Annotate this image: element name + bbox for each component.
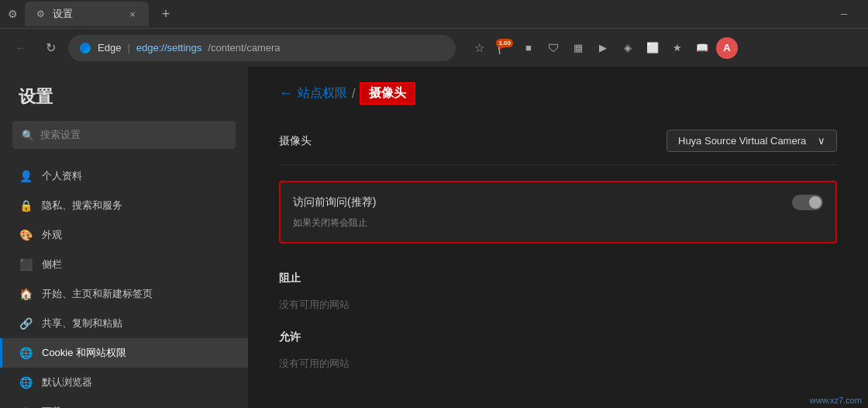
cookies-icon: 🌐 — [19, 346, 33, 360]
title-bar: ⚙ ⚙ 设置 × + ─ — [0, 0, 868, 28]
appearance-icon: 🎨 — [19, 228, 33, 242]
sidebar: 设置 🔍 搜索设置 👤 个人资料 🔒 隐私、搜索和服务 🎨 外观 ⬛ 侧栏 🏠 … — [0, 67, 248, 408]
reading-icon[interactable]: 📖 — [691, 37, 713, 59]
sidebar-item-label: 共享、复制和粘贴 — [42, 316, 122, 330]
tab-title: 设置 — [53, 7, 73, 21]
watermark-site: www.xz7.com — [810, 396, 862, 405]
sidebar-item-label: 侧栏 — [42, 258, 62, 271]
sidebar-item-privacy[interactable]: 🔒 隐私、搜索和服务 — [0, 191, 248, 220]
photos-icon[interactable]: ▦ — [567, 37, 589, 59]
allow-section-title: 允许 — [279, 318, 837, 351]
breadcrumb-current: 摄像头 — [360, 82, 415, 105]
profile-icon: 👤 — [19, 169, 33, 183]
star-icon[interactable]: ☆ — [468, 37, 490, 59]
block-no-sites: 没有可用的网站 — [279, 292, 837, 318]
back-arrow-icon[interactable]: ← — [279, 85, 293, 102]
sidebar-item-sidebar[interactable]: ⬛ 侧栏 — [0, 250, 248, 279]
breadcrumb: ← 站点权限 / 摄像头 — [248, 67, 868, 117]
content-area: ← 站点权限 / 摄像头 摄像头 Huya Source Virtual Cam… — [248, 67, 868, 408]
content-path: /content/camera — [208, 42, 280, 54]
sidebar-item-newtab[interactable]: 🏠 开始、主页和新建标签页 — [0, 279, 248, 309]
edge-label: Edge — [98, 42, 121, 54]
address-field[interactable]: Edge | edge://settings /content/camera — [68, 35, 456, 61]
breadcrumb-parent-link[interactable]: 站点权限 — [298, 85, 347, 102]
settings-path: edge://settings — [136, 42, 202, 54]
search-placeholder: 搜索设置 — [40, 128, 81, 142]
sidebar-item-label: 下载 — [42, 405, 62, 408]
sidebar-panel-icon: ⬛ — [19, 258, 33, 271]
access-box-description: 如果关闭将会阻止 — [293, 216, 823, 230]
vpn-icon[interactable]: 🛡 — [542, 37, 564, 59]
camera-select-value: Huya Source Virtual Camera — [678, 135, 806, 147]
favorites-icon[interactable]: ★ — [666, 37, 688, 59]
toolbar-icons: ☆ 🚩 1.00 ■ 🛡 ▦ ▶ ◈ ⬜ ★ 📖 A — [468, 37, 738, 59]
tab-close-button[interactable]: × — [126, 7, 140, 21]
camera-select-dropdown[interactable]: Huya Source Virtual Camera ∨ — [666, 130, 837, 152]
split-icon[interactable]: ⬜ — [642, 37, 663, 59]
collections-badge: 1.00 — [496, 39, 513, 47]
edge-logo-icon — [79, 42, 91, 54]
collections-icon[interactable]: 🚩 1.00 — [493, 37, 515, 59]
media-icon[interactable]: ▶ — [592, 37, 614, 59]
chevron-down-icon: ∨ — [818, 135, 825, 147]
main-layout: 设置 🔍 搜索设置 👤 个人资料 🔒 隐私、搜索和服务 🎨 外观 ⬛ 侧栏 🏠 … — [0, 67, 868, 408]
allow-no-sites: 没有可用的网站 — [279, 351, 837, 377]
sidebar-item-downloads[interactable]: ⬇ 下载 — [0, 397, 248, 408]
camera-row: 摄像头 Huya Source Virtual Camera ∨ — [279, 117, 837, 165]
new-tab-button[interactable]: + — [155, 3, 177, 25]
settings-icon: ⚙ — [6, 8, 19, 20]
access-box-title: 访问前询问(推荐) — [293, 195, 376, 209]
downloads-icon: ⬇ — [19, 405, 33, 408]
home-icon: 🏠 — [19, 287, 33, 301]
share-icon: 🔗 — [19, 316, 33, 330]
address-bar: ← ↻ Edge | edge://settings /content/came… — [0, 28, 868, 67]
content-section: 摄像头 Huya Source Virtual Camera ∨ 访问前询问(推… — [248, 117, 868, 377]
sidebar-item-appearance[interactable]: 🎨 外观 — [0, 220, 248, 250]
window-controls: ─ — [826, 0, 862, 28]
profile-avatar[interactable]: A — [716, 37, 738, 59]
extensions-icon[interactable]: ■ — [518, 37, 539, 59]
sidebar-item-label: Cookie 和网站权限 — [42, 346, 126, 360]
search-icon: 🔍 — [22, 130, 34, 141]
sidebar-item-browser[interactable]: 🌐 默认浏览器 — [0, 368, 248, 397]
sidebar-item-label: 个人资料 — [42, 169, 82, 183]
access-toggle[interactable] — [792, 195, 823, 210]
address-separator: | — [127, 42, 129, 54]
back-button[interactable]: ← — [9, 36, 33, 60]
camera-label: 摄像头 — [279, 134, 312, 148]
minimize-button[interactable]: ─ — [826, 0, 862, 28]
tab-settings[interactable]: ⚙ 设置 × — [25, 2, 149, 26]
privacy-icon: 🔒 — [19, 199, 33, 213]
block-section-title: 阻止 — [279, 259, 837, 292]
sidebar-item-label: 默认浏览器 — [42, 375, 92, 389]
sidebar-item-share[interactable]: 🔗 共享、复制和粘贴 — [0, 309, 248, 338]
games-icon[interactable]: ◈ — [617, 37, 639, 59]
search-box[interactable]: 🔍 搜索设置 — [12, 121, 236, 149]
access-box-header: 访问前询问(推荐) — [293, 195, 823, 210]
sidebar-item-label: 外观 — [42, 228, 62, 242]
sidebar-item-label: 隐私、搜索和服务 — [42, 199, 122, 213]
sidebar-item-cookies[interactable]: 🌐 Cookie 和网站权限 — [0, 338, 248, 368]
sidebar-item-profile[interactable]: 👤 个人资料 — [0, 161, 248, 191]
breadcrumb-separator: / — [352, 87, 355, 101]
watermark: www.xz7.com — [810, 396, 862, 405]
browser-icon: 🌐 — [19, 375, 33, 389]
access-box: 访问前询问(推荐) 如果关闭将会阻止 — [279, 181, 837, 244]
sidebar-title: 设置 — [0, 85, 248, 121]
sidebar-item-label: 开始、主页和新建标签页 — [42, 287, 153, 301]
refresh-button[interactable]: ↻ — [39, 36, 62, 60]
tab-favicon: ⚙ — [34, 8, 46, 20]
